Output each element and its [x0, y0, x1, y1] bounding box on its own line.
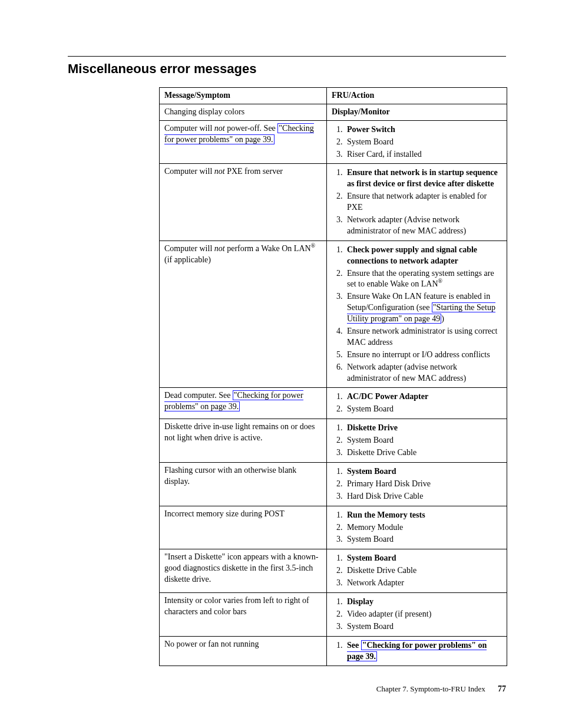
list-item: System Board: [345, 466, 502, 477]
list-item: Diskette Drive: [345, 423, 502, 434]
table-row: No power or fan not running See "Checkin…: [160, 636, 507, 666]
action-cell: See "Checking for power problems" on pag…: [327, 636, 507, 666]
action-cell: Display Video adapter (if present) Syste…: [327, 592, 507, 636]
list-item: Ensure that network adapter is enabled f…: [345, 191, 502, 213]
symptom-cell: Diskette drive in-use light remains on o…: [160, 419, 327, 463]
action-cell: Display/Monitor: [327, 104, 507, 120]
table-row: Intensity or color varies from left to r…: [160, 592, 507, 636]
list-item: Diskette Drive Cable: [345, 447, 502, 459]
list-item: Run the Memory tests: [345, 510, 502, 521]
top-rule: [68, 56, 506, 57]
symptom-cell: Flashing cursor with an otherwise blank …: [160, 462, 327, 506]
table-row: Computer will not PXE from server Ensure…: [160, 164, 507, 241]
action-cell: Check power supply and signal cable conn…: [327, 241, 507, 388]
chapter-label: Chapter 7. Symptom-to-FRU Index: [376, 684, 485, 693]
col-header-action: FRU/Action: [327, 88, 507, 104]
symptom-cell: Computer will not PXE from server: [160, 164, 327, 241]
fru-table: Message/Symptom FRU/Action Changing disp…: [159, 87, 507, 666]
list-item: See "Checking for power problems" on pag…: [345, 640, 502, 663]
list-item: System Board: [345, 621, 502, 633]
table-row: Dead computer. See "Checking for power p…: [160, 388, 507, 419]
table-row: "Insert a Diskette" icon appears with a …: [160, 549, 507, 593]
action-cell: Diskette Drive System Board Diskette Dri…: [327, 419, 507, 463]
action-cell: Run the Memory tests Memory Module Syste…: [327, 506, 507, 549]
col-header-symptom: Message/Symptom: [160, 88, 327, 104]
list-item: Ensure no interrupt or I/O address confl…: [345, 350, 502, 361]
action-cell: System Board Primary Hard Disk Drive Har…: [327, 462, 507, 506]
list-item: Network adapter (Advise network administ…: [345, 215, 502, 237]
list-item: Diskette Drive Cable: [345, 565, 502, 577]
list-item: Ensure that network is in startup sequen…: [345, 167, 502, 190]
list-item: Display: [345, 597, 502, 608]
page-number: 77: [498, 684, 506, 693]
list-item: Power Switch: [345, 124, 502, 136]
symptom-cell: Dead computer. See "Checking for power p…: [160, 388, 327, 419]
action-cell: AC/DC Power Adapter System Board: [327, 388, 507, 419]
list-item: Ensure network administrator is using co…: [345, 326, 502, 348]
action-cell: Power Switch System Board Riser Card, if…: [327, 120, 507, 164]
symptom-cell: No power or fan not running: [160, 636, 327, 666]
action-cell: System Board Diskette Drive Cable Networ…: [327, 549, 507, 593]
list-item: Ensure that the operating system setting…: [345, 268, 502, 291]
symptom-cell: Intensity or color varies from left to r…: [160, 592, 327, 636]
table-row: Diskette drive in-use light remains on o…: [160, 419, 507, 463]
action-cell: Ensure that network is in startup sequen…: [327, 164, 507, 241]
table-row: Incorrect memory size during POST Run th…: [160, 506, 507, 549]
table-row: Changing display colors Display/Monitor: [160, 104, 507, 120]
symptom-cell: Changing display colors: [160, 104, 327, 120]
list-item: System Board: [345, 404, 502, 415]
page-footer: Chapter 7. Symptom-to-FRU Index 77: [376, 684, 506, 694]
table-row: Computer will not power-off. See "Checki…: [160, 120, 507, 164]
list-item: AC/DC Power Adapter: [345, 391, 502, 403]
list-item: Primary Hard Disk Drive: [345, 479, 502, 490]
list-item: Check power supply and signal cable conn…: [345, 245, 502, 267]
list-item: System Board: [345, 553, 502, 564]
list-item: Hard Disk Drive Cable: [345, 491, 502, 502]
section-heading: Miscellaneous error messages: [68, 61, 506, 77]
symptom-cell: Computer will not perform a Wake On LAN®…: [160, 241, 327, 388]
list-item: System Board: [345, 534, 502, 545]
list-item: Video adapter (if present): [345, 609, 502, 620]
table-row: Computer will not perform a Wake On LAN®…: [160, 241, 507, 388]
list-item: System Board: [345, 435, 502, 446]
symptom-cell: Computer will not power-off. See "Checki…: [160, 120, 327, 164]
list-item: Network adapter (advise network administ…: [345, 362, 502, 384]
symptom-cell: Incorrect memory size during POST: [160, 506, 327, 549]
list-item: Riser Card, if installed: [345, 149, 502, 160]
list-item: Network Adapter: [345, 578, 502, 589]
list-item: System Board: [345, 137, 502, 148]
table-row: Flashing cursor with an otherwise blank …: [160, 462, 507, 506]
doc-link[interactable]: "Checking for power problems" on page 39…: [347, 640, 487, 661]
list-item: Memory Module: [345, 522, 502, 533]
symptom-cell: "Insert a Diskette" icon appears with a …: [160, 549, 327, 593]
list-item: Ensure Wake On LAN feature is enabled in…: [345, 291, 502, 325]
